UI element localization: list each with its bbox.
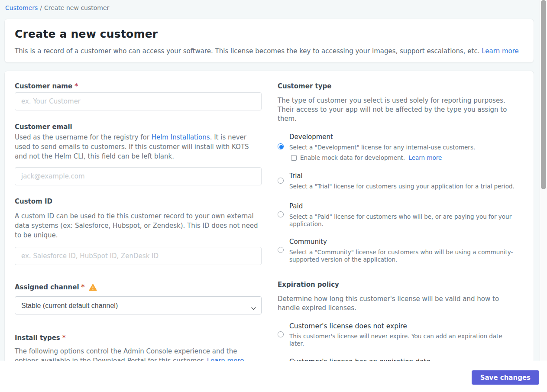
radio-paid[interactable] [278,211,284,217]
required-asterisk: * [74,82,78,90]
custom-id-help: A custom ID can be used to tie this cust… [15,211,262,240]
assigned-channel-select-wrap: Stable (current default channel) [15,296,262,314]
page-title: Create a new customer [15,28,524,40]
expiration-policy-label: Expiration policy [278,281,518,288]
mock-data-learn-more-link[interactable]: Learn more [408,154,442,161]
option-title: Trial [289,172,518,180]
customer-email-input[interactable] [15,167,262,185]
customer-type-option-trial: Trial Select a "Trial" license for custo… [278,172,518,190]
customer-type-option-paid: Paid Select a "Paid" license for custome… [278,202,518,228]
option-description: This customer's license will never expir… [289,333,518,347]
create-customer-form-card: Customer name * Customer email Used as t… [4,71,534,392]
customer-type-description: The type of customer you select is used … [278,96,518,123]
helm-installations-link[interactable]: Helm Installations [152,133,210,141]
page-description: This is a record of a customer who can a… [15,47,524,55]
breadcrumb-current: Create new customer [44,4,109,11]
form-right-column: Customer type The type of customer you s… [278,82,518,392]
radio-development[interactable] [278,143,284,149]
mock-data-label: Enable mock data for development. Learn … [300,154,442,161]
form-left-column: Customer name * Customer email Used as t… [15,82,262,392]
footer-bar: Save changes [0,361,547,392]
save-changes-button[interactable]: Save changes [472,370,539,385]
customer-email-label: Customer email [15,123,262,131]
option-title: Customer's license does not expire [289,322,518,331]
customer-email-help: Used as the username for the registry fo… [15,133,262,161]
custom-id-label: Custom ID [15,198,262,205]
radio-no-expire[interactable] [278,331,284,337]
header-learn-more-link[interactable]: Learn more [482,47,519,55]
mock-data-checkbox[interactable] [291,155,297,161]
custom-id-input[interactable] [15,247,262,265]
customer-type-option-community: Community Select a "Community" license f… [278,237,518,263]
breadcrumb: Customers/Create new customer [5,4,109,11]
required-asterisk: * [62,334,66,342]
scrollbar-thumb[interactable] [541,0,546,189]
option-description: Select a "Trial" license for customers u… [289,183,518,190]
mock-data-row: Enable mock data for development. Learn … [289,154,518,161]
header-card: Create a new customer This is a record o… [4,19,534,63]
option-title: Paid [289,202,518,211]
option-description: Select a "Community" license for custome… [289,249,518,263]
install-types-label: Install types * [15,334,262,342]
expiration-policy-description: Determine how long this customer's licen… [278,295,518,313]
assigned-channel-label: Assigned channel * [15,283,262,291]
customer-name-input[interactable] [15,92,262,110]
warning-icon [89,284,97,291]
option-description: Select a "Paid" license for customers wh… [289,213,518,228]
option-description: Select a "Development" license for any i… [289,144,518,151]
customer-name-label: Customer name * [15,82,262,90]
option-title: Community [289,237,518,246]
page-scrollbar[interactable] [540,0,547,361]
radio-community[interactable] [278,247,284,253]
option-title: Development [289,133,518,141]
expiration-option-no-expire: Customer's license does not expire This … [278,322,518,347]
radio-trial[interactable] [278,178,284,184]
breadcrumb-separator: / [40,4,42,11]
customer-type-option-development: Development Select a "Development" licen… [278,133,518,161]
required-asterisk: * [81,283,85,291]
assigned-channel-select[interactable]: Stable (current default channel) [15,296,262,314]
customer-type-label: Customer type [278,82,518,90]
breadcrumb-link-customers[interactable]: Customers [5,4,38,11]
